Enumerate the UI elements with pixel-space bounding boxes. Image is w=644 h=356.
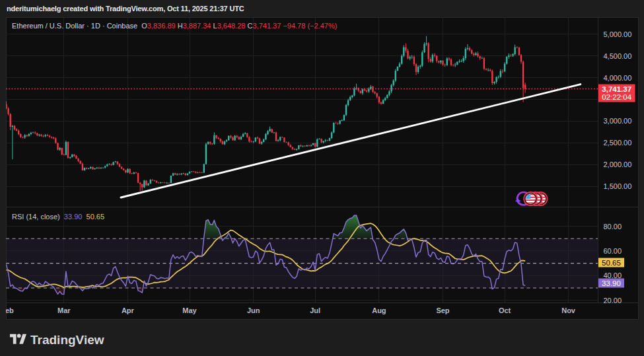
svg-text:Jul: Jul bbox=[310, 306, 320, 314]
svg-text:Jun: Jun bbox=[247, 306, 260, 314]
svg-text:May: May bbox=[182, 306, 197, 314]
svg-text:TradingView: TradingView bbox=[30, 333, 104, 347]
svg-text:4,500.00: 4,500.00 bbox=[604, 52, 632, 60]
svg-text:1,500.00: 1,500.00 bbox=[604, 182, 632, 190]
svg-text:Mar: Mar bbox=[57, 306, 71, 314]
svg-text:Ethereum / U.S. Dollar · 1D ·: Ethereum / U.S. Dollar · 1D · Coinbase O… bbox=[12, 22, 337, 30]
svg-text:Apr: Apr bbox=[122, 306, 135, 314]
svg-text:2,500.00: 2,500.00 bbox=[604, 139, 632, 147]
svg-text:80.00: 80.00 bbox=[604, 223, 622, 231]
svg-text:20.00: 20.00 bbox=[604, 297, 622, 304]
svg-text:5,000.00: 5,000.00 bbox=[604, 30, 632, 38]
svg-text:60.00: 60.00 bbox=[604, 247, 622, 255]
svg-text:Aug: Aug bbox=[372, 306, 386, 314]
svg-text:33.90: 33.90 bbox=[602, 279, 621, 287]
svg-text:02:22:04: 02:22:04 bbox=[602, 93, 631, 101]
svg-text:3,741.37: 3,741.37 bbox=[602, 85, 631, 93]
svg-text:Sep: Sep bbox=[436, 306, 449, 314]
svg-text:RSI (14, close) 33.90 50.65: RSI (14, close) 33.90 50.65 bbox=[12, 213, 104, 221]
svg-text:50.65: 50.65 bbox=[602, 259, 621, 267]
svg-text:Oct: Oct bbox=[499, 306, 511, 314]
svg-text:4,000.00: 4,000.00 bbox=[604, 74, 632, 82]
svg-text:2,000.00: 2,000.00 bbox=[604, 160, 632, 168]
svg-text:3,000.00: 3,000.00 bbox=[604, 117, 632, 125]
svg-text:Nov: Nov bbox=[561, 306, 576, 314]
svg-text:nderitumichaelg created with T: nderitumichaelg created with TradingView… bbox=[7, 5, 244, 13]
